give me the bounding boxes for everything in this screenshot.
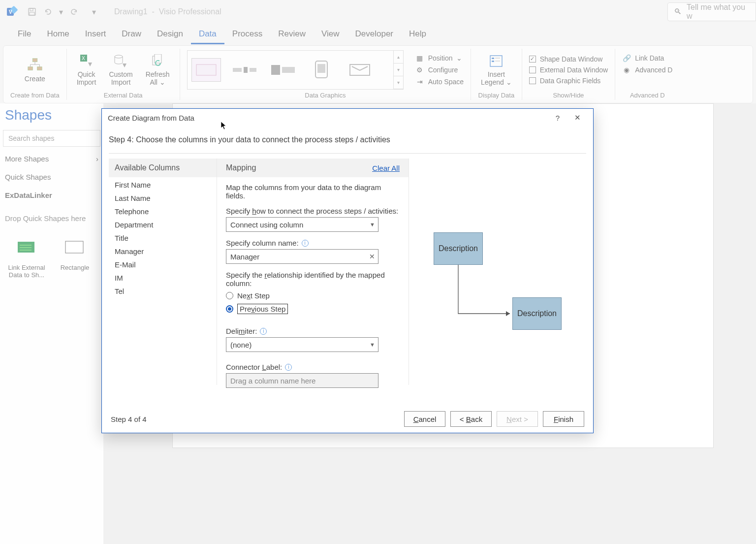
step-indicator: Step 4 of 4 <box>111 415 147 423</box>
quick-access-toolbar: ▾ ▾ <box>28 7 98 16</box>
step-description: Step 4: Choose the columns in your data … <box>109 131 586 154</box>
create-button[interactable]: Create <box>22 55 48 85</box>
external-data-window-checkbox[interactable]: External Data Window <box>529 66 608 74</box>
insert-legend-button[interactable]: InsertLegend ⌄ <box>478 51 515 88</box>
svg-rect-21 <box>317 64 325 73</box>
group-external-data: External Data <box>104 91 143 100</box>
auto-space-button[interactable]: ⇥Auto Space <box>415 77 464 86</box>
tab-draw[interactable]: Draw <box>114 25 149 44</box>
gallery-item-3[interactable] <box>268 58 298 82</box>
connect-method-combo[interactable]: Connect using column▼ <box>226 217 378 232</box>
data-graphic-fields-checkbox[interactable]: Data Graphic Fields <box>529 77 608 85</box>
exdatalinker-stencil[interactable]: ExDataLinker <box>0 186 103 204</box>
more-shapes-link[interactable]: More Shapes› <box>0 150 103 168</box>
available-columns-header: Available Columns <box>109 159 217 177</box>
tab-developer[interactable]: Developer <box>347 25 402 44</box>
document-title: Drawing1 - Visio Professional <box>114 7 221 16</box>
shapes-search-input[interactable] <box>3 130 100 147</box>
tab-help[interactable]: Help <box>401 25 434 44</box>
connector-label-dropzone[interactable]: Drag a column name here <box>226 373 378 388</box>
gallery-item-5[interactable] <box>345 58 375 82</box>
gallery-item-2[interactable] <box>230 58 259 82</box>
svg-point-11 <box>115 55 123 58</box>
position-icon: ▦ <box>415 54 424 63</box>
shape-data-window-checkbox[interactable]: ✓Shape Data Window <box>529 55 608 63</box>
column-im[interactable]: IM <box>109 271 217 285</box>
svg-text:V: V <box>9 9 12 15</box>
gallery-item-none[interactable] <box>191 58 221 82</box>
info-icon[interactable]: i <box>302 240 309 247</box>
close-button[interactable]: ✕ <box>567 113 587 122</box>
svg-rect-15 <box>233 68 242 72</box>
chevron-down-icon: ▼ <box>370 342 375 348</box>
finish-button[interactable]: Finish <box>543 411 584 427</box>
previous-step-radio[interactable]: Previous Step <box>226 304 400 314</box>
column-title[interactable]: Title <box>109 231 217 245</box>
tab-file[interactable]: File <box>10 25 39 44</box>
clear-all-link[interactable]: Clear All <box>372 164 400 172</box>
column-first-name[interactable]: First Name <box>109 178 217 192</box>
svg-rect-17 <box>250 68 256 72</box>
quick-import-button[interactable]: X QuickImport <box>74 51 99 88</box>
column-telephone[interactable]: Telephone <box>109 205 217 218</box>
gallery-item-4[interactable] <box>307 58 336 82</box>
custom-import-button[interactable]: CustomImport <box>106 51 135 88</box>
gallery-scrollbar[interactable]: ▴▾▾ <box>393 51 403 89</box>
visio-app-icon: V <box>6 6 18 18</box>
shapes-title: Shapes <box>0 103 103 127</box>
tell-me-search[interactable]: 🔍︎ Tell me what you w <box>667 2 756 21</box>
specify-how-label: Specify how to connect the process steps… <box>226 207 400 215</box>
undo-dropdown-icon[interactable]: ▾ <box>59 7 63 16</box>
column-department[interactable]: Department <box>109 218 217 231</box>
column-email[interactable]: E-Mail <box>109 258 217 271</box>
svg-rect-14 <box>196 64 216 75</box>
drop-hint: Drop Quick Shapes here <box>0 204 103 227</box>
group-data-graphics: Data Graphics <box>305 91 346 100</box>
shapes-panel: Shapes More Shapes› Quick Shapes ExDataL… <box>0 103 103 544</box>
tab-insert[interactable]: Insert <box>77 25 114 44</box>
custom-import-icon <box>113 53 129 69</box>
link-data-button[interactable]: 🔗Link Data <box>622 54 672 63</box>
mapping-description: Map the columns from your data to the di… <box>226 183 400 200</box>
clear-icon[interactable]: ✕ <box>369 253 375 260</box>
next-step-radio[interactable]: Next Step <box>226 291 400 300</box>
undo-icon[interactable] <box>43 7 52 16</box>
column-manager[interactable]: Manager <box>109 245 217 258</box>
checkbox-checked-icon: ✓ <box>529 56 536 63</box>
configure-button[interactable]: ⚙Configure <box>415 65 464 74</box>
column-tel[interactable]: Tel <box>109 285 217 298</box>
advanced-data-button[interactable]: ◉Advanced D <box>622 65 672 74</box>
redo-icon[interactable] <box>70 7 79 16</box>
svg-rect-19 <box>282 67 295 73</box>
tab-design[interactable]: Design <box>149 25 191 44</box>
tab-view[interactable]: View <box>314 25 347 44</box>
svg-rect-25 <box>492 61 494 62</box>
svg-rect-8 <box>37 66 42 70</box>
delimiter-combo[interactable]: (none)▼ <box>226 337 378 352</box>
position-button[interactable]: ▦Position ⌄ <box>415 54 464 63</box>
info-icon[interactable]: i <box>260 328 267 335</box>
column-last-name[interactable]: Last Name <box>109 192 217 205</box>
shape-rectangle[interactable]: Rectangle <box>53 232 96 279</box>
tab-review[interactable]: Review <box>270 25 314 44</box>
refresh-all-button[interactable]: RefreshAll ⌄ <box>143 51 173 88</box>
tab-data[interactable]: Data <box>191 25 224 44</box>
back-button[interactable]: < Back <box>450 411 492 427</box>
svg-rect-5 <box>30 12 34 15</box>
ribbon-content: Create Create from Data X QuickImport Cu… <box>3 45 753 103</box>
quick-shapes-link[interactable]: Quick Shapes <box>0 168 103 186</box>
cancel-button[interactable]: Cancel <box>404 411 445 427</box>
search-icon: 🔍︎ <box>674 7 682 16</box>
info-icon[interactable]: i <box>285 364 292 371</box>
column-name-field[interactable]: Manager✕ <box>226 249 378 264</box>
dialog-title: Create Diagram from Data <box>108 114 194 122</box>
qat-customize-icon[interactable]: ▾ <box>90 7 98 16</box>
chevron-right-icon: › <box>96 155 98 163</box>
help-button[interactable]: ? <box>548 114 567 122</box>
tab-process[interactable]: Process <box>224 25 270 44</box>
data-graphics-gallery[interactable]: ▴▾▾ <box>187 50 404 90</box>
shape-link-external[interactable]: Link External Data to Sh... <box>5 232 48 279</box>
save-icon[interactable] <box>28 7 36 16</box>
next-button: Next > <box>497 411 538 427</box>
tab-home[interactable]: Home <box>39 25 77 44</box>
